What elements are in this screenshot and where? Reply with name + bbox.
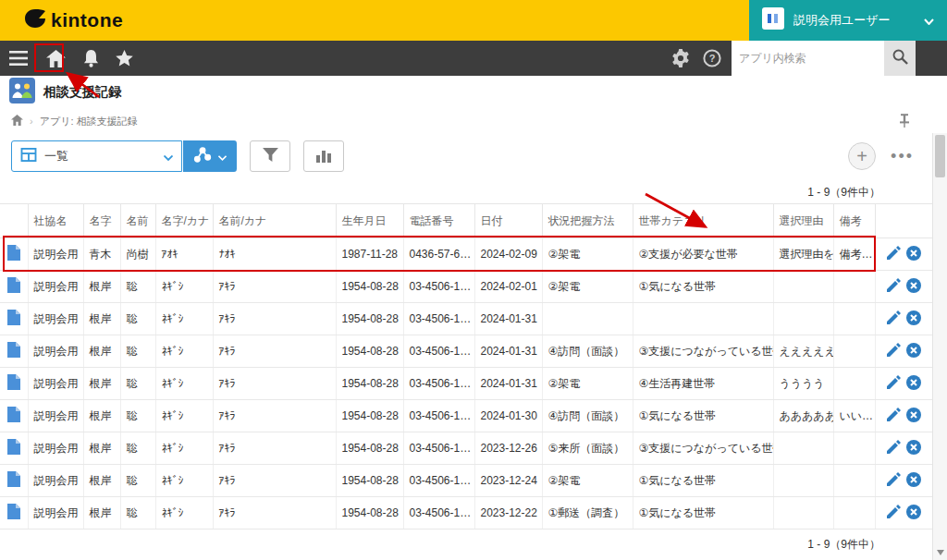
column-header[interactable]: 状況把握方法: [542, 204, 633, 238]
table-cell: 説明会用: [28, 238, 83, 271]
table-cell: 説明会用: [28, 303, 83, 335]
column-header[interactable]: 名字: [83, 204, 120, 238]
table-icon: [20, 148, 37, 165]
table-row[interactable]: 説明会用根岸聡ﾈｷﾞｼｱｷﾗ1954-08-2803-4506-1…2024-0…: [0, 303, 932, 335]
gear-icon[interactable]: [669, 41, 693, 76]
record-document-icon[interactable]: [0, 497, 28, 530]
pin-icon[interactable]: [899, 114, 910, 129]
table-row[interactable]: 説明会用根岸聡ﾈｷﾞｼｱｷﾗ1954-08-2803-4506-1…2024-0…: [0, 271, 932, 303]
delete-record-button[interactable]: [904, 310, 924, 328]
star-icon[interactable]: [112, 41, 136, 76]
table-cell: [833, 271, 875, 303]
table-row[interactable]: 説明会用根岸聡ﾈｷﾞｼｱｷﾗ1954-08-2803-4506-1…2024-0…: [0, 368, 932, 400]
delete-circle-x-icon: [906, 246, 921, 263]
view-selector-label: 一覧: [44, 148, 156, 164]
more-options-button[interactable]: •••: [891, 147, 914, 166]
table-header-row: 社協名名字名前名字/カナ名前/カナ生年月日電話番号日付状況把握方法世帯カテゴリ選…: [0, 204, 932, 238]
record-document-icon[interactable]: [0, 432, 28, 465]
edit-record-button[interactable]: [883, 472, 904, 489]
chevron-down-icon: [164, 148, 173, 164]
table-cell: 根岸: [83, 465, 120, 497]
record-document-icon[interactable]: [0, 368, 28, 400]
breadcrumb-app-label: アプリ: 相談支援記録: [40, 115, 138, 128]
pagination-bottom[interactable]: 1 - 9（9件中）: [0, 530, 947, 554]
table-cell: 2024-01-30: [474, 400, 542, 432]
table-row[interactable]: 説明会用根岸聡ﾈｷﾞｼｱｷﾗ1954-08-2803-4506-1…2023-1…: [0, 465, 932, 497]
edit-record-button[interactable]: [883, 375, 904, 392]
pencil-icon: [887, 440, 901, 457]
table-cell: ﾅｵｷ: [213, 238, 336, 271]
column-header[interactable]: 生年月日: [336, 204, 403, 238]
graph-view-button[interactable]: [183, 140, 237, 172]
svg-text:?: ?: [709, 53, 716, 64]
record-document-icon[interactable]: [0, 400, 28, 432]
vertical-scrollbar[interactable]: [932, 133, 947, 560]
delete-record-button[interactable]: [904, 440, 924, 457]
table-row[interactable]: 説明会用根岸聡ﾈｷﾞｼｱｷﾗ1954-08-2803-4506-1…2023-1…: [0, 497, 932, 530]
record-document-icon[interactable]: [0, 335, 28, 368]
edit-record-button[interactable]: [883, 278, 904, 295]
table-cell: 青木: [83, 238, 120, 271]
table-row[interactable]: 説明会用根岸聡ﾈｷﾞｼｱｷﾗ1954-08-2803-4506-1…2024-0…: [0, 400, 932, 432]
table-row[interactable]: 説明会用青木尚樹ｱｵｷﾅｵｷ1987-11-280436-57-6…2024-0…: [0, 238, 932, 271]
home-icon[interactable]: [43, 41, 68, 76]
row-actions: [875, 497, 932, 530]
record-document-icon[interactable]: [0, 465, 28, 497]
delete-record-button[interactable]: [904, 246, 924, 263]
bell-icon[interactable]: [79, 41, 103, 76]
column-header[interactable]: 選択理由: [773, 204, 833, 238]
table-body: 説明会用青木尚樹ｱｵｷﾅｵｷ1987-11-280436-57-6…2024-0…: [0, 238, 932, 530]
edit-record-button[interactable]: [883, 343, 904, 359]
help-icon[interactable]: ?: [700, 41, 724, 76]
table-cell: 根岸: [83, 303, 120, 335]
edit-record-button[interactable]: [883, 310, 904, 327]
table-cell: 備考…: [833, 238, 875, 271]
column-header[interactable]: 電話番号: [403, 204, 474, 238]
edit-record-button[interactable]: [883, 246, 904, 262]
delete-record-button[interactable]: [904, 375, 924, 393]
delete-record-button[interactable]: [904, 278, 924, 296]
table-row[interactable]: 説明会用根岸聡ﾈｷﾞｼｱｷﾗ1954-08-2803-4506-1…2024-0…: [0, 335, 932, 368]
view-selector[interactable]: 一覧: [11, 140, 182, 172]
edit-record-button[interactable]: [883, 440, 904, 457]
scrollbar-thumb[interactable]: [935, 135, 945, 177]
breadcrumb-home-icon[interactable]: [11, 115, 23, 128]
delete-record-button[interactable]: [904, 472, 924, 490]
edit-record-button[interactable]: [883, 505, 904, 521]
column-header[interactable]: 名前/カナ: [213, 204, 336, 238]
pencil-icon: [887, 472, 901, 489]
delete-record-button[interactable]: [904, 505, 924, 522]
row-actions: [875, 303, 932, 335]
chart-button[interactable]: [303, 140, 344, 172]
table-cell: ③支援につながっている世帯: [633, 432, 773, 465]
column-header[interactable]: 備考: [833, 204, 875, 238]
pencil-icon: [887, 505, 901, 521]
pagination-top[interactable]: 1 - 9（9件中）: [0, 179, 947, 203]
search-button[interactable]: [884, 41, 916, 76]
edit-record-button[interactable]: [883, 408, 904, 424]
filter-button[interactable]: [250, 140, 290, 172]
table-cell: 聡: [120, 303, 155, 335]
column-header[interactable]: 名前: [120, 204, 155, 238]
table-cell: 03-4506-1…: [403, 465, 474, 497]
record-document-icon[interactable]: [0, 271, 28, 303]
add-record-button[interactable]: +: [848, 142, 876, 170]
column-header[interactable]: 名字/カナ: [155, 204, 213, 238]
delete-circle-x-icon: [906, 472, 921, 490]
bar-chart-icon: [316, 148, 331, 165]
column-header[interactable]: 社協名: [28, 204, 83, 238]
scrollbar-down-button[interactable]: [933, 545, 947, 560]
table-cell: 2024-02-01: [474, 271, 542, 303]
search-input[interactable]: [732, 41, 884, 76]
kintone-logo[interactable]: kintone: [0, 8, 123, 32]
table-row[interactable]: 説明会用根岸聡ﾈｷﾞｼｱｷﾗ1954-08-2803-4506-1…2023-1…: [0, 432, 932, 465]
hamburger-menu-icon[interactable]: [6, 41, 31, 76]
column-header[interactable]: 世帯カテゴリ: [633, 204, 773, 238]
column-header[interactable]: 日付: [474, 204, 542, 238]
delete-record-button[interactable]: [904, 343, 924, 360]
delete-record-button[interactable]: [904, 408, 924, 425]
view-toolbar: 一覧 +: [0, 133, 947, 179]
record-document-icon[interactable]: [0, 303, 28, 335]
user-menu-button[interactable]: 説明会用ユーザー: [749, 0, 947, 41]
record-document-icon[interactable]: [0, 238, 28, 271]
